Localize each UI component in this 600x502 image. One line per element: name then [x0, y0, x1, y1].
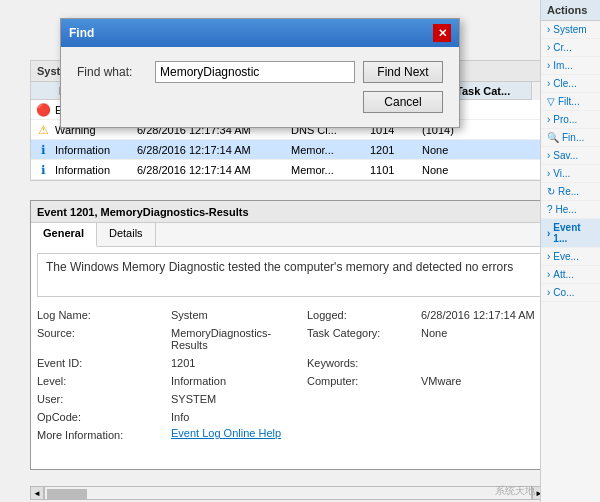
find-buttons-row: Cancel [77, 91, 443, 113]
action-refresh[interactable]: ↻ Re... [541, 183, 600, 201]
bottom-scrollbar-thumb [47, 489, 87, 499]
action-import[interactable]: › Im... [541, 57, 600, 75]
copy-icon: › [547, 287, 550, 298]
action-label: Eve... [553, 251, 579, 262]
tab-general[interactable]: General [31, 223, 97, 247]
action-label: Vi... [553, 168, 570, 179]
user-label: User: [37, 391, 167, 407]
action-label: Pro... [553, 114, 577, 125]
find-what-row: Find what: Find Next [77, 61, 443, 83]
event-id-label: Event ID: [37, 355, 167, 371]
action-properties[interactable]: › Pro... [541, 111, 600, 129]
row-id: 1101 [370, 164, 418, 176]
logged-label: Logged: [307, 307, 417, 323]
event-detail-content: The Windows Memory Diagnostic tested the… [31, 247, 559, 469]
save-icon: › [547, 150, 550, 161]
action-label: Co... [553, 287, 574, 298]
search-icon: 🔍 [547, 132, 559, 143]
error-icon: 🔴 [35, 103, 51, 117]
row-date: 6/28/2016 12:17:14 AM [137, 144, 287, 156]
find-dialog-titlebar: Find ✕ [61, 19, 459, 47]
task-cat-value: None [421, 325, 553, 353]
level-value: Information [171, 373, 303, 389]
find-dialog-close-button[interactable]: ✕ [433, 24, 451, 42]
tab-details[interactable]: Details [97, 223, 156, 246]
table-row[interactable]: ℹ Information 6/28/2016 12:17:14 AM Memo… [31, 160, 559, 180]
source-value: MemoryDiagnostics-Results [171, 325, 303, 353]
action-label: Re... [558, 186, 579, 197]
event-message-text: The Windows Memory Diagnostic tested the… [46, 260, 513, 274]
find-dialog-body: Find what: Find Next Cancel [61, 47, 459, 127]
col-task: Task Cat... [456, 85, 536, 97]
help-icon: ? [547, 204, 553, 215]
action-help[interactable]: ? He... [541, 201, 600, 219]
event-message-box: The Windows Memory Diagnostic tested the… [37, 253, 553, 297]
level-label: Level: [37, 373, 167, 389]
actions-title: Actions [541, 0, 600, 21]
more-info-label: More Information: [37, 427, 167, 443]
action-label: Att... [553, 269, 574, 280]
action-icon: › [547, 42, 550, 53]
action-icon: › [547, 114, 550, 125]
bottom-scroll-left[interactable]: ◄ [30, 486, 44, 500]
table-row[interactable]: ℹ Information 6/28/2016 12:17:14 AM Memo… [31, 140, 559, 160]
find-what-input[interactable] [155, 61, 355, 83]
logged-value: 6/28/2016 12:17:14 AM [421, 307, 553, 323]
watermark: 系统天地 [495, 484, 535, 498]
event-detail-tabs: General Details [31, 223, 559, 247]
action-attach[interactable]: › Att... [541, 266, 600, 284]
action-event-2[interactable]: › Eve... [541, 248, 600, 266]
actions-panel: Actions › System › Cr... › Im... › Cle..… [540, 0, 600, 502]
row-task: None [422, 144, 492, 156]
row-id: 1201 [370, 144, 418, 156]
refresh-icon: ↻ [547, 186, 555, 197]
opcode-value: Info [171, 409, 303, 425]
action-label: Event 1... [553, 222, 594, 244]
action-create[interactable]: › Cr... [541, 39, 600, 57]
row-source: Memor... [291, 144, 366, 156]
action-label: He... [556, 204, 577, 215]
main-window: Syst... Lev... Date and Time Source Even… [0, 0, 600, 502]
action-icon: › [547, 228, 550, 239]
action-label: Im... [553, 60, 572, 71]
event-log-online-help-link[interactable]: Event Log Online Help [171, 427, 303, 443]
log-name-value: System [171, 307, 303, 323]
action-event[interactable]: › Event 1... [541, 219, 600, 248]
bottom-scrollbar-track[interactable] [44, 486, 532, 500]
keywords-label: Keywords: [307, 355, 417, 371]
cancel-button[interactable]: Cancel [363, 91, 443, 113]
keywords-value [421, 355, 553, 371]
user-value: SYSTEM [171, 391, 303, 407]
action-filter[interactable]: ▽ Filt... [541, 93, 600, 111]
action-find[interactable]: 🔍 Fin... [541, 129, 600, 147]
action-label: Cle... [553, 78, 576, 89]
action-label: Fin... [562, 132, 584, 143]
row-date: 6/28/2016 12:17:14 AM [137, 164, 287, 176]
action-icon: › [547, 24, 550, 35]
info-icon: ℹ [35, 143, 51, 157]
action-system[interactable]: › System [541, 21, 600, 39]
event-detail-panel: Event 1201, MemoryDiagnostics-Results ✕ … [30, 200, 560, 470]
warning-icon: ⚠ [35, 123, 51, 137]
find-what-label: Find what: [77, 65, 147, 79]
action-label: System [553, 24, 586, 35]
action-view[interactable]: › Vi... [541, 165, 600, 183]
action-save[interactable]: › Sav... [541, 147, 600, 165]
action-copy[interactable]: › Co... [541, 284, 600, 302]
action-label: Sav... [553, 150, 578, 161]
action-icon: › [547, 251, 550, 262]
info-icon: ℹ [35, 163, 51, 177]
task-cat-label: Task Category: [307, 325, 417, 353]
action-icon: › [547, 269, 550, 280]
action-label: Filt... [558, 96, 580, 107]
row-level: Information [55, 144, 133, 156]
row-level: Information [55, 164, 133, 176]
event-id-value: 1201 [171, 355, 303, 371]
find-next-button[interactable]: Find Next [363, 61, 443, 83]
action-icon: › [547, 168, 550, 179]
action-clear[interactable]: › Cle... [541, 75, 600, 93]
event-detail-titlebar: Event 1201, MemoryDiagnostics-Results ✕ [31, 201, 559, 223]
row-source: Memor... [291, 164, 366, 176]
find-dialog: Find ✕ Find what: Find Next Cancel [60, 18, 460, 128]
log-name-label: Log Name: [37, 307, 167, 323]
